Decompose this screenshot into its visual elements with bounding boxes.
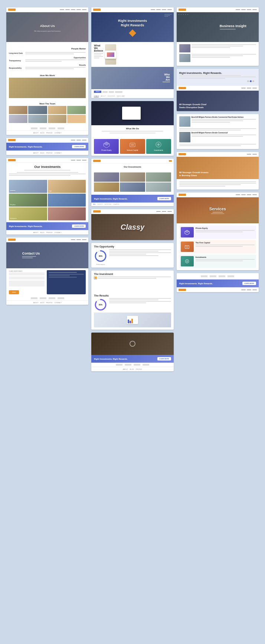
nav-link[interactable]	[82, 140, 86, 140]
nav-link[interactable]	[247, 9, 251, 10]
page-dot[interactable]	[250, 80, 252, 82]
learn-more-button-2[interactable]: LEARN MORE	[72, 224, 86, 228]
nav-link[interactable]	[76, 160, 81, 161]
nav-link[interactable]	[60, 9, 64, 10]
footer-link[interactable]: PROFILE	[46, 302, 53, 304]
footer-link[interactable]: BLOG	[40, 152, 44, 154]
nav-link[interactable]	[252, 154, 257, 155]
nav-link[interactable]	[71, 140, 75, 140]
message-textarea[interactable]	[9, 281, 45, 287]
logo-4	[8, 239, 16, 241]
tab-item[interactable]: FINANCE	[113, 203, 120, 205]
footer-link[interactable]: PROFILE	[46, 152, 53, 154]
footer-link[interactable]: ABOUT	[33, 152, 39, 154]
nav-link[interactable]	[162, 9, 166, 10]
contact-hero: Contact Us	[6, 242, 88, 268]
investments-photo-grid	[91, 172, 173, 194]
laptop-mockup	[122, 107, 141, 120]
portfolio-item: Dropbox	[9, 194, 47, 207]
footer-link[interactable]: CONTACT	[55, 132, 62, 134]
learn-more-button-4[interactable]: LEARN MORE	[157, 357, 171, 360]
nav-link[interactable]	[162, 211, 166, 212]
iso-icon	[155, 141, 162, 148]
investment-section: The Investment	[91, 271, 173, 292]
nav-link[interactable]	[71, 9, 75, 10]
footer-link[interactable]: BLOG	[40, 232, 44, 233]
page-dot[interactable]	[247, 80, 249, 82]
chart-percent-2: 85%	[94, 298, 107, 311]
nav-link[interactable]	[241, 88, 246, 88]
investment-photo	[146, 172, 171, 182]
nav-link[interactable]	[252, 194, 257, 195]
tab-item[interactable]: ALL	[93, 203, 96, 205]
nav-link[interactable]	[167, 9, 172, 10]
footer-link[interactable]: ABOUT	[123, 368, 128, 370]
nav-link[interactable]	[76, 9, 81, 10]
nav-link[interactable]	[252, 9, 257, 10]
partner-icon	[125, 364, 131, 366]
footer-link[interactable]: BLOG	[40, 302, 44, 304]
footer-link[interactable]: PROFILE	[46, 232, 53, 233]
footer-link[interactable]: PROFILE	[136, 368, 142, 370]
submit-button[interactable]: SEND	[9, 290, 19, 294]
nav-link[interactable]	[241, 194, 246, 195]
footer-link[interactable]: CONTACT	[55, 232, 62, 233]
nav-link[interactable]	[236, 194, 240, 195]
footer-nav-link[interactable]	[247, 289, 251, 290]
nav-link[interactable]	[247, 88, 251, 88]
tab-item[interactable]: BASECAMP	[117, 95, 125, 97]
believe-title: WhatWeBelieve	[94, 44, 103, 52]
footer-link[interactable]: ABOUT	[33, 132, 39, 134]
text-line	[179, 145, 241, 146]
name-input[interactable]	[9, 272, 45, 275]
footer-link[interactable]: BLOG	[130, 368, 134, 370]
learn-more-button[interactable]: LEARN MORE	[72, 145, 86, 148]
nav-link[interactable]	[156, 9, 161, 10]
footer-nav: ABOUT BLOG PROFILE CONTACT	[6, 130, 88, 135]
nav-link[interactable]	[252, 88, 257, 88]
partner-icon	[143, 364, 149, 366]
email-input[interactable]	[9, 276, 45, 279]
learn-more-button-3[interactable]: LEARN MORE	[157, 197, 171, 200]
contact-hero-content: Contact Us	[22, 252, 40, 259]
footer-link[interactable]: CONTACT	[55, 152, 62, 154]
portfolio-label: Dropbox	[10, 204, 16, 206]
footer-link[interactable]: CONTACT	[55, 302, 62, 304]
nav-link[interactable]	[156, 211, 161, 212]
nav-link[interactable]	[82, 239, 86, 240]
tab-item-active[interactable]: STACK	[94, 95, 99, 97]
investment-info	[98, 276, 171, 279]
footer-nav-link[interactable]	[241, 289, 246, 290]
nav-link[interactable]	[65, 9, 70, 10]
page-dot[interactable]	[252, 80, 254, 82]
nav-bar-8	[177, 7, 259, 12]
blog-item	[179, 44, 256, 52]
learn-more-button-5[interactable]: LEARN MORE	[242, 282, 256, 285]
nav-link[interactable]	[241, 9, 246, 10]
nav-link[interactable]	[236, 9, 240, 10]
tab-item[interactable]: ABOUT	[101, 95, 106, 97]
footer-link[interactable]: ABOUT	[33, 302, 39, 304]
footer-link[interactable]: ABOUT	[33, 232, 39, 233]
nav-link[interactable]	[82, 160, 86, 161]
action-btn[interactable]	[169, 160, 172, 162]
nav-link[interactable]	[247, 154, 251, 155]
nav-link[interactable]	[71, 239, 75, 240]
footer-nav-link[interactable]	[252, 289, 257, 290]
service-item-equity: Private Equity	[179, 226, 256, 239]
nav-link[interactable]	[151, 9, 155, 10]
subtitle-line	[24, 170, 70, 171]
footer-link[interactable]: PROFILE	[46, 132, 53, 134]
tab-item[interactable]: EQUITY	[97, 203, 103, 205]
nav-link[interactable]	[167, 211, 172, 212]
footer-link[interactable]: BLOG	[40, 132, 44, 134]
opportunity-layout: 86% Performance	[94, 249, 171, 265]
opportunity-title: The Opportunity	[94, 245, 171, 248]
tab-item[interactable]: HIGHRISE	[108, 95, 115, 97]
nav-link[interactable]	[71, 160, 75, 161]
nav-link[interactable]	[76, 239, 81, 240]
tab-item[interactable]: VENTURE	[104, 203, 111, 205]
nav-link[interactable]	[76, 140, 81, 140]
nav-link[interactable]	[247, 194, 251, 195]
nav-link[interactable]	[82, 9, 86, 10]
